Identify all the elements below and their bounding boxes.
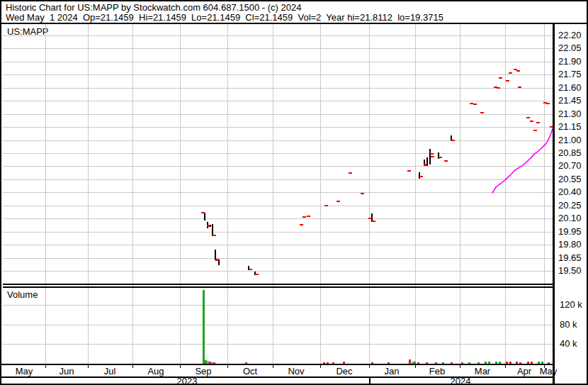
month-boundary-tick: [460, 365, 460, 368]
month-boundary-tick: [369, 365, 370, 368]
close-dash: [518, 87, 521, 88]
month-boundary-tick: [132, 365, 133, 368]
close-dash: [255, 274, 259, 275]
close-dash: [533, 130, 537, 131]
month-label: Feb: [429, 366, 445, 376]
close-dash: [526, 117, 530, 118]
close-dash: [509, 72, 512, 74]
close-dash: [536, 122, 540, 123]
open-dash: [215, 260, 219, 261]
close-dash: [300, 224, 303, 225]
price-tick-label: 20.85: [558, 147, 582, 158]
month-gridline: [180, 23, 181, 364]
price-tick-label: 19.95: [558, 226, 582, 237]
month-label: Dec: [336, 366, 352, 376]
price-tick-label: 20.10: [558, 213, 582, 223]
year-label: 2024: [451, 376, 471, 385]
price-gridline: [3, 153, 553, 154]
price-tick-label: 22.05: [558, 43, 582, 53]
volume-panel-label: Volume: [7, 289, 38, 300]
price-gridline: [3, 140, 553, 141]
month-gridline: [227, 23, 228, 364]
price-tick-label: 19.80: [558, 239, 582, 250]
price-tick-label: 20.25: [558, 200, 582, 211]
price-gridline: [3, 218, 553, 219]
close-dash: [480, 112, 484, 113]
volume-bar-major: [203, 290, 205, 364]
close-dash: [439, 157, 442, 158]
price-tick-label: 20.40: [558, 186, 582, 197]
close-dash: [546, 103, 550, 104]
x-axis-line: [1, 364, 555, 365]
close-dash: [530, 121, 533, 122]
price-gridline: [3, 166, 553, 167]
month-label: Apr: [517, 366, 531, 376]
month-label: Jun: [60, 366, 74, 376]
month-boundary-tick: [505, 365, 506, 368]
chart-ohlc-readout: Wed May 1 2024 Op=21.1459 Hi=21.1459 Lo=…: [6, 13, 443, 23]
close-dash: [213, 235, 216, 236]
volume-gridline: [3, 305, 553, 306]
panel-divider-line: [3, 284, 553, 285]
month-gridline: [273, 23, 273, 364]
month-boundary-tick: [273, 365, 273, 368]
volume-tick-label: 120 k: [560, 299, 582, 310]
price-tick-label: 21.45: [558, 95, 582, 106]
close-dash: [307, 216, 310, 217]
close-dash: [419, 176, 423, 177]
ohlc-bar: [204, 213, 205, 221]
open-dash: [368, 218, 372, 219]
price-gridline: [3, 192, 553, 193]
price-tick-label: 19.50: [558, 265, 582, 276]
month-label: May: [16, 366, 33, 376]
price-tick-label: 21.00: [558, 135, 582, 145]
open-dash: [201, 212, 205, 213]
month-gridline: [505, 23, 506, 364]
close-dash: [249, 269, 252, 270]
month-label: Nov: [288, 366, 304, 376]
month-label: Sep: [195, 366, 211, 376]
title-divider: [1, 23, 588, 24]
close-dash: [349, 172, 352, 174]
close-dash: [516, 70, 520, 72]
price-gridline: [3, 48, 553, 49]
volume-gridline: [3, 344, 553, 345]
price-gridline: [3, 101, 553, 101]
volume-tick-label: 80 k: [560, 319, 577, 330]
price-tick-label: 20.55: [558, 174, 582, 184]
month-boundary-tick: [180, 365, 181, 368]
open-dash: [424, 164, 427, 165]
month-label: May: [540, 366, 558, 376]
close-dash: [444, 160, 448, 162]
month-boundary-tick: [227, 365, 228, 368]
close-dash: [430, 153, 434, 155]
month-gridline: [45, 23, 46, 364]
price-gridline: [3, 206, 553, 206]
stock-chart: Historic Chart for US:MAPP by Stockwatch…: [0, 0, 588, 385]
chart-title: Historic Chart for US:MAPP by Stockwatch…: [6, 3, 301, 13]
close-dash: [451, 140, 455, 141]
year-label: 2023: [177, 376, 198, 385]
close-dash: [324, 205, 328, 206]
close-dash: [473, 104, 477, 105]
month-gridline: [88, 23, 89, 364]
price-tick-label: 19.65: [558, 252, 582, 263]
volume-gridline: [3, 325, 553, 325]
price-gridline: [3, 271, 553, 272]
panel-divider-line: [3, 286, 553, 288]
month-boundary-tick: [45, 365, 46, 368]
month-label: Aug: [147, 366, 164, 376]
price-tick-label: 21.60: [558, 82, 582, 93]
price-gridline: [3, 179, 553, 180]
price-gridline: [3, 74, 553, 75]
price-gridline: [3, 232, 553, 233]
month-gridline: [415, 23, 416, 364]
price-gridline: [3, 88, 553, 89]
month-gridline: [320, 23, 321, 364]
month-gridline: [460, 23, 460, 364]
close-dash: [361, 193, 364, 194]
month-label: Jan: [385, 366, 400, 376]
close-dash: [497, 87, 500, 89]
month-label: Oct: [243, 366, 257, 376]
month-boundary-tick: [415, 365, 416, 368]
